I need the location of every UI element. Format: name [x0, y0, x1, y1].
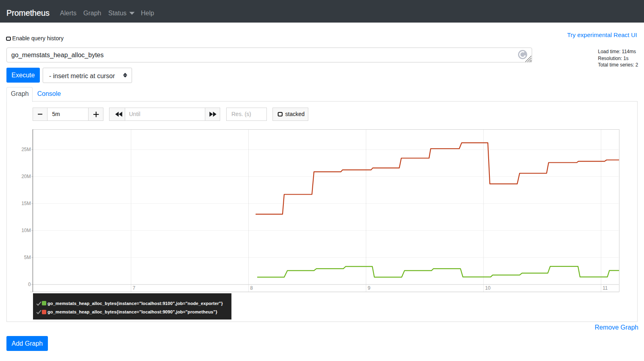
svg-text:11: 11 — [603, 285, 608, 291]
svg-text:25M: 25M — [21, 147, 31, 152]
svg-text:20M: 20M — [21, 174, 31, 179]
svg-text:15M: 15M — [21, 201, 31, 206]
svg-text:10: 10 — [485, 285, 491, 291]
svg-text:8: 8 — [250, 285, 253, 291]
svg-text:0: 0 — [28, 282, 31, 287]
svg-text:9: 9 — [367, 285, 370, 291]
svg-text:7: 7 — [133, 285, 136, 291]
svg-text:10M: 10M — [21, 228, 31, 233]
svg-text:5M: 5M — [24, 255, 31, 260]
